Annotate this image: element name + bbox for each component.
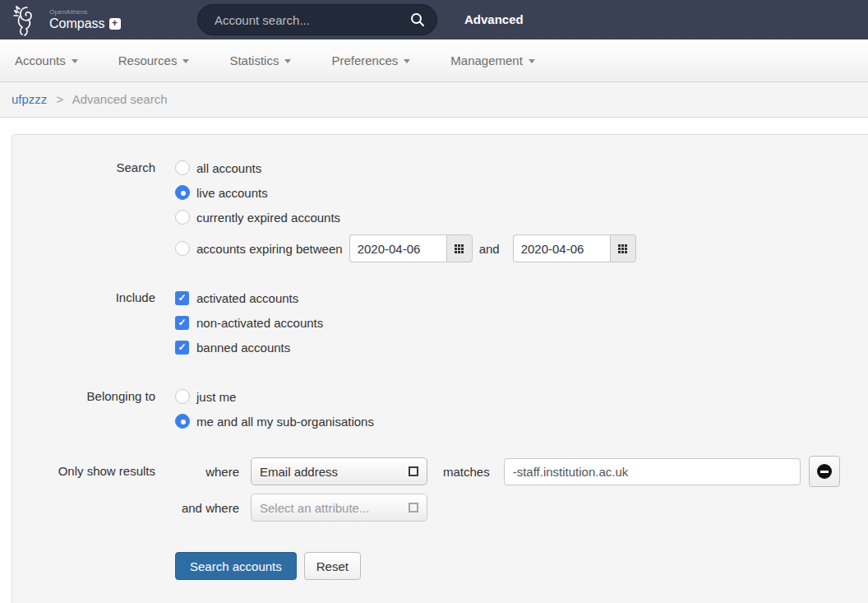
menu-item-label: Management bbox=[450, 53, 523, 67]
menu-item-label: Resources bbox=[118, 53, 178, 67]
radio-icon[interactable] bbox=[175, 160, 190, 175]
attribute-select-value: Email address bbox=[260, 465, 409, 479]
chevron-down-icon bbox=[284, 59, 291, 63]
menu-item-label: Preferences bbox=[331, 53, 398, 67]
date-to-input[interactable] bbox=[513, 234, 610, 262]
breadcrumb: ufpzzz > Advanced search bbox=[0, 82, 868, 118]
date-to-picker-button[interactable] bbox=[610, 234, 636, 262]
belonging-options: just me me and all my sub-organisations bbox=[175, 384, 374, 434]
date-from-group bbox=[349, 234, 473, 262]
menu-item-label: Accounts bbox=[15, 53, 66, 67]
calendar-grid-icon bbox=[618, 244, 627, 253]
form-actions: Search accounts Reset bbox=[175, 552, 868, 580]
search-icon[interactable] bbox=[410, 12, 425, 27]
search-section-label: Search bbox=[12, 155, 175, 264]
filter-operator-label: matches bbox=[443, 465, 490, 479]
remove-filter-button[interactable] bbox=[809, 456, 840, 487]
advanced-search-link[interactable]: Advanced bbox=[464, 0, 524, 39]
menu-item-label: Statistics bbox=[229, 53, 279, 67]
radio-option-live-accounts[interactable]: live accounts bbox=[175, 180, 636, 205]
filter-rows: where Email address matches and where Se… bbox=[175, 455, 840, 527]
checkbox-label: banned accounts bbox=[196, 341, 290, 355]
breadcrumb-separator: > bbox=[57, 92, 64, 106]
account-search-box[interactable] bbox=[197, 4, 437, 35]
checkbox-label: activated accounts bbox=[196, 291, 298, 305]
checkbox-checked-icon[interactable]: ✓ bbox=[175, 341, 189, 355]
filters-section: Only show results where Email address ma… bbox=[12, 455, 868, 527]
include-section-label: Include bbox=[12, 285, 175, 359]
checkbox-checked-icon[interactable]: ✓ bbox=[175, 291, 189, 305]
chevron-down-icon bbox=[404, 59, 410, 63]
radio-option-expired-accounts[interactable]: currently expired accounts bbox=[175, 205, 636, 230]
radio-icon-selected[interactable] bbox=[175, 185, 190, 200]
chevron-down-icon bbox=[182, 59, 189, 63]
radio-label: accounts expiring between bbox=[196, 242, 343, 256]
main-menu: Accounts Resources Statistics Preference… bbox=[0, 39, 868, 82]
checkbox-option-banned[interactable]: ✓ banned accounts bbox=[175, 335, 323, 359]
breadcrumb-org-link[interactable]: ufpzzz bbox=[12, 92, 47, 106]
radio-option-all-accounts[interactable]: all accounts bbox=[175, 155, 636, 180]
radio-icon[interactable] bbox=[175, 210, 190, 225]
date-to-group bbox=[513, 234, 636, 262]
radio-option-just-me[interactable]: just me bbox=[175, 384, 374, 409]
menu-item-statistics[interactable]: Statistics bbox=[229, 53, 291, 67]
filter-value-input[interactable] bbox=[504, 458, 801, 485]
search-section: Search all accounts live accounts curren… bbox=[12, 155, 868, 264]
brand-compass-label: Compass bbox=[49, 17, 105, 30]
radio-icon-selected[interactable] bbox=[175, 414, 190, 429]
menu-item-accounts[interactable]: Accounts bbox=[15, 53, 78, 67]
belonging-section-label: Belonging to bbox=[12, 384, 175, 434]
menu-item-management[interactable]: Management bbox=[450, 53, 535, 67]
date-from-input[interactable] bbox=[349, 234, 446, 262]
radio-option-expiring-between: accounts expiring between and bbox=[175, 233, 636, 264]
filter-prefix-label: where bbox=[175, 465, 239, 479]
attribute-select-placeholder: Select an attribute... bbox=[260, 501, 409, 515]
reset-button[interactable]: Reset bbox=[304, 552, 361, 580]
calendar-grid-icon bbox=[455, 244, 464, 253]
openathens-owl-logo-icon bbox=[10, 2, 43, 37]
date-from-picker-button[interactable] bbox=[446, 234, 473, 262]
brand-openathens-label: OpenAthens bbox=[49, 9, 121, 16]
radio-option-me-and-sub-orgs[interactable]: me and all my sub-organisations bbox=[175, 409, 374, 434]
radio-label: all accounts bbox=[196, 161, 261, 175]
include-options: ✓ activated accounts ✓ non-activated acc… bbox=[175, 285, 323, 359]
filters-section-label: Only show results bbox=[12, 455, 175, 527]
advanced-search-panel: Search all accounts live accounts curren… bbox=[12, 134, 868, 603]
checkbox-option-activated[interactable]: ✓ activated accounts bbox=[175, 285, 323, 310]
attribute-select[interactable]: Email address bbox=[251, 457, 427, 485]
filter-prefix-label: and where bbox=[175, 501, 239, 515]
attribute-select-empty[interactable]: Select an attribute... bbox=[251, 494, 427, 522]
search-options: all accounts live accounts currently exp… bbox=[175, 155, 636, 264]
filter-row-2: and where Select an attribute... bbox=[175, 491, 840, 524]
brand-text: OpenAthens Compass + bbox=[49, 9, 121, 30]
radio-label: live accounts bbox=[196, 186, 268, 200]
chevron-down-icon bbox=[529, 59, 535, 63]
radio-label: just me bbox=[196, 390, 236, 404]
checkbox-option-non-activated[interactable]: ✓ non-activated accounts bbox=[175, 310, 323, 335]
account-search-input[interactable] bbox=[215, 13, 410, 27]
top-navbar: OpenAthens Compass + Advanced bbox=[0, 0, 868, 39]
date-range-and-label: and bbox=[479, 242, 500, 256]
plus-badge-icon: + bbox=[109, 18, 121, 30]
chevron-down-icon bbox=[72, 59, 78, 63]
radio-icon[interactable] bbox=[175, 241, 190, 256]
radio-label: currently expired accounts bbox=[196, 211, 340, 225]
radio-label: me and all my sub-organisations bbox=[196, 415, 374, 429]
checkbox-label: non-activated accounts bbox=[196, 316, 323, 330]
minus-circle-icon bbox=[817, 464, 832, 479]
radio-icon[interactable] bbox=[175, 389, 190, 404]
filter-row-1: where Email address matches bbox=[175, 455, 840, 488]
menu-item-preferences[interactable]: Preferences bbox=[331, 53, 410, 67]
menu-item-resources[interactable]: Resources bbox=[118, 53, 190, 67]
breadcrumb-current-page: Advanced search bbox=[72, 92, 168, 106]
belonging-section: Belonging to just me me and all my sub-o… bbox=[12, 384, 868, 434]
include-section: Include ✓ activated accounts ✓ non-activ… bbox=[12, 285, 868, 359]
brand[interactable]: OpenAthens Compass + bbox=[10, 2, 121, 37]
missing-glyph-icon bbox=[409, 503, 418, 513]
search-accounts-button[interactable]: Search accounts bbox=[175, 552, 297, 580]
missing-glyph-icon bbox=[409, 466, 418, 476]
checkbox-checked-icon[interactable]: ✓ bbox=[175, 316, 189, 330]
